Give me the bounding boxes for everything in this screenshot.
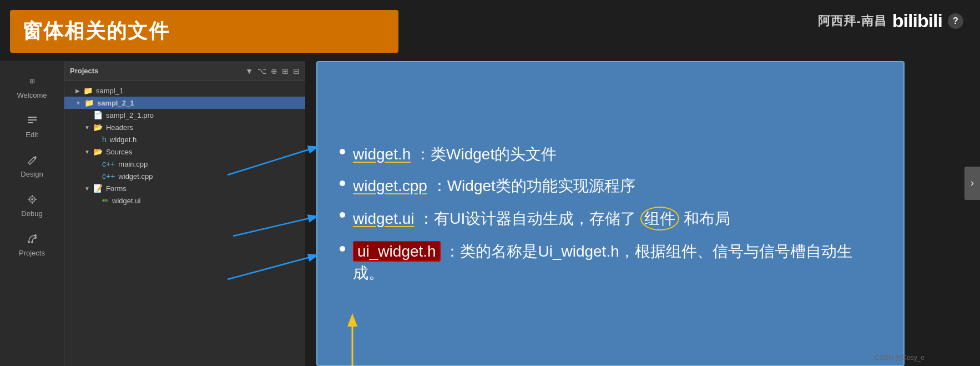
bullet-text-1: widget.h ：类Widget的头文件 <box>353 143 557 165</box>
file-tree: ▶ 📁 sampl_1 ▼ 📁 sampl_2_1 📄 sampl_2_1.pr… <box>64 81 305 210</box>
branding: 阿西拜-南昌 bilibili ? <box>818 10 963 32</box>
tree-label-widgeth: widget.h <box>110 136 137 144</box>
tree-label-headers: Headers <box>106 123 133 132</box>
debug-icon <box>24 192 40 207</box>
tree-label-forms: Forms <box>106 184 127 193</box>
title-bar: 窗体相关的文件 <box>10 10 398 53</box>
bullet-text-4: ui_widget.h ：类的名称是Ui_widget.h，根据组件、信号与信号… <box>353 240 881 284</box>
link-icon[interactable]: ⊕ <box>271 67 277 76</box>
projects-header-icons: ▼ ⌥ ⊕ ⊞ ⊟ <box>245 67 300 76</box>
tree-label-widgetui: widget.ui <box>112 197 140 205</box>
widget-ui-label: widget.ui <box>353 210 415 227</box>
right-chevron-button[interactable]: › <box>964 167 980 200</box>
headers-folder-icon: 📂 <box>93 123 103 132</box>
folder-icon: 📁 <box>83 86 93 95</box>
tree-label-sampl1: sampl_1 <box>96 87 123 95</box>
bullet-item-3: widget.ui ：有UI设计器自动生成，存储了 组件 和布局 <box>340 207 881 230</box>
projects-panel-title: Projects <box>70 67 98 75</box>
bullet-dot-4 <box>340 246 345 252</box>
sidebar-label-welcome: Welcome <box>17 91 47 99</box>
sidebar: ⊞ Welcome Edit Design <box>0 61 64 366</box>
ui-widget-h-label: ui_widget.h <box>353 241 441 262</box>
projects-panel: Projects ▼ ⌥ ⊕ ⊞ ⊟ ▶ 📁 sampl_1 ▼ 📁 sampl… <box>64 61 305 366</box>
svg-point-4 <box>31 198 33 200</box>
folder-icon-sampl21: 📁 <box>84 98 94 107</box>
widget-ui-desc1: ：有UI设计器自动生成，存储了 <box>418 210 636 227</box>
h-file-icon: h <box>102 135 107 144</box>
svg-point-12 <box>31 241 33 243</box>
bilibili-logo: bilibili <box>892 10 942 32</box>
tree-label-maincpp: main.cpp <box>118 160 148 168</box>
bullet-item-4: ui_widget.h ：类的名称是Ui_widget.h，根据组件、信号与信号… <box>340 240 881 284</box>
sidebar-label-projects: Projects <box>19 249 45 257</box>
chevron-down-forms-icon: ▼ <box>84 185 90 192</box>
chevron-down-sources-icon: ▼ <box>84 149 90 155</box>
page-title: 窗体相关的文件 <box>22 18 386 45</box>
chevron-down-icon: ▼ <box>75 100 81 106</box>
sources-folder-icon: 📂 <box>93 147 103 156</box>
main-content: widget.h ：类Widget的头文件 widget.cpp ：Widget… <box>316 61 905 366</box>
bullet-dot-3 <box>340 212 345 218</box>
cpp-file-icon-widget: c++ <box>102 172 115 181</box>
tree-item-widgetcpp[interactable]: c++ widget.cpp <box>64 170 305 182</box>
svg-point-9 <box>34 234 37 237</box>
tree-label-pro: sampl_2_1.pro <box>106 111 154 119</box>
forms-folder-icon: 📝 <box>93 184 103 193</box>
cpp-file-icon-main: c++ <box>102 159 115 168</box>
widget-h-desc: ：类Widget的头文件 <box>415 146 557 163</box>
tree-item-sampl1[interactable]: ▶ 📁 sampl_1 <box>64 84 305 97</box>
chevron-right-icon: ▶ <box>75 88 80 94</box>
tree-item-headers[interactable]: ▼ 📂 Headers <box>64 121 305 133</box>
svg-rect-0 <box>28 117 37 118</box>
widget-cpp-label: widget.cpp <box>353 177 427 194</box>
help-icon[interactable]: ? <box>948 13 963 29</box>
svg-point-11 <box>28 241 30 243</box>
tree-item-sources[interactable]: ▼ 📂 Sources <box>64 146 305 158</box>
layout-icon[interactable]: ⊞ <box>282 67 289 76</box>
edit-icon <box>24 113 40 128</box>
sidebar-item-design[interactable]: Design <box>0 146 64 185</box>
branding-text: 阿西拜-南昌 <box>818 13 886 29</box>
ui-file-icon: ✏ <box>102 196 109 205</box>
projects-header: Projects ▼ ⌥ ⊕ ⊞ ⊟ <box>64 61 305 81</box>
tree-item-sampl21[interactable]: ▼ 📁 sampl_2_1 <box>64 97 305 109</box>
widget-h-label: widget.h <box>353 146 411 163</box>
design-icon <box>24 152 40 168</box>
filter-icon[interactable]: ▼ <box>245 67 253 76</box>
welcome-icon: ⊞ <box>24 73 40 89</box>
bullet-dot-1 <box>340 149 345 154</box>
bullet-text-3: widget.ui ：有UI设计器自动生成，存储了 组件 和布局 <box>353 207 730 230</box>
bullet-text-2: widget.cpp ：Widget类的功能实现源程序 <box>353 175 635 197</box>
sidebar-item-edit[interactable]: Edit <box>0 106 64 146</box>
svg-point-10 <box>34 237 37 239</box>
svg-rect-1 <box>28 119 37 121</box>
minimize-icon[interactable]: ⊟ <box>293 67 300 76</box>
sidebar-label-debug: Debug <box>21 209 42 218</box>
widget-cpp-desc: ：Widget类的功能实现源程序 <box>432 177 635 194</box>
tree-label-sources: Sources <box>106 148 133 156</box>
projects-icon <box>24 231 40 247</box>
bullet-dot-2 <box>340 181 345 186</box>
watermark: CSDN @Cosy_e <box>875 354 925 362</box>
sidebar-label-design: Design <box>21 170 43 178</box>
chevron-down-headers-icon: ▼ <box>84 124 90 131</box>
bullet-item-2: widget.cpp ：Widget类的功能实现源程序 <box>340 175 881 197</box>
sidebar-item-projects[interactable]: Projects <box>0 224 64 264</box>
tree-item-widgeth[interactable]: h widget.h <box>64 133 305 146</box>
sidebar-label-edit: Edit <box>26 131 38 139</box>
tree-label-sampl21: sampl_2_1 <box>97 99 134 107</box>
svg-rect-2 <box>28 122 33 123</box>
bullet-item-1: widget.h ：类Widget的头文件 <box>340 143 881 165</box>
tree-item-forms[interactable]: ▼ 📝 Forms <box>64 182 305 194</box>
widget-ui-desc2: 和布局 <box>684 210 730 227</box>
circle-zujiàn: 组件 <box>640 207 679 230</box>
sidebar-item-debug[interactable]: Debug <box>0 185 64 224</box>
tree-label-widgetcpp: widget.cpp <box>118 172 153 181</box>
sidebar-item-welcome[interactable]: ⊞ Welcome <box>0 67 64 106</box>
pro-file-icon: 📄 <box>93 111 103 119</box>
filter2-icon[interactable]: ⌥ <box>257 67 266 76</box>
tree-item-widgetui[interactable]: ✏ widget.ui <box>64 194 305 207</box>
tree-item-pro[interactable]: 📄 sampl_2_1.pro <box>64 109 305 121</box>
tree-item-maincpp[interactable]: c++ main.cpp <box>64 158 305 170</box>
